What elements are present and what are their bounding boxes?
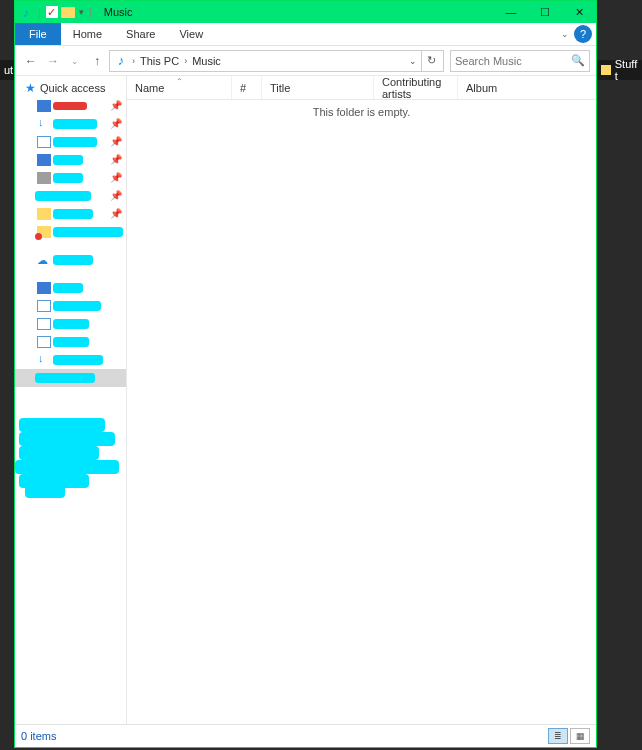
redaction [53, 137, 97, 147]
sidebar-item[interactable] [15, 333, 126, 351]
minimize-button[interactable]: — [494, 1, 528, 23]
empty-folder-message: This folder is empty. [127, 100, 596, 118]
sidebar-item[interactable]: 📌 [15, 187, 126, 205]
file-tab[interactable]: File [15, 23, 61, 45]
redaction [53, 155, 83, 165]
sidebar-item[interactable]: 📌 [15, 115, 126, 133]
tab-home[interactable]: Home [61, 23, 114, 45]
redaction [53, 337, 89, 347]
recent-dropdown-icon[interactable]: ⌄ [65, 50, 85, 72]
item-count: 0 items [21, 730, 56, 742]
search-icon[interactable]: 🔍 [571, 54, 585, 67]
desktop-icon [37, 100, 51, 112]
redaction [15, 460, 119, 474]
content-pane: Name ⌃ # Title Contributing artists Albu… [127, 76, 596, 724]
close-button[interactable]: ✕ [562, 1, 596, 23]
chevron-right-icon[interactable]: › [182, 56, 189, 66]
star-icon: ★ [25, 81, 36, 95]
sidebar-item[interactable]: 📌 [15, 151, 126, 169]
pin-icon: 📌 [110, 190, 122, 201]
help-icon[interactable]: ? [574, 25, 592, 43]
downloads-icon [37, 118, 51, 130]
search-box[interactable]: Search Music 🔍 [450, 50, 590, 72]
redaction [53, 319, 89, 329]
refresh-button[interactable]: ↻ [421, 51, 441, 71]
redaction [35, 373, 95, 383]
chevron-right-icon[interactable]: › [130, 56, 137, 66]
ribbon-collapse-icon[interactable]: ⌄ [556, 23, 574, 45]
thumbnails-view-button[interactable]: ▦ [570, 728, 590, 744]
documents-icon [37, 136, 51, 148]
redaction [35, 191, 91, 201]
drive-icon [37, 172, 51, 184]
column-name[interactable]: Name ⌃ [127, 76, 232, 99]
maximize-button[interactable]: ☐ [528, 1, 562, 23]
qat-dropdown-icon[interactable]: ▾ [79, 7, 84, 17]
breadcrumb-this-pc[interactable]: This PC [137, 55, 182, 67]
column-contributing-artists[interactable]: Contributing artists [374, 76, 458, 99]
sidebar-item[interactable] [15, 297, 126, 315]
search-placeholder: Search Music [455, 55, 571, 67]
redaction [53, 209, 93, 219]
title-bar[interactable]: ♪ | ✓ ▾ | Music — ☐ ✕ [15, 1, 596, 23]
sidebar-item-onedrive[interactable]: ☁ [15, 251, 126, 269]
properties-icon[interactable]: ✓ [46, 6, 58, 18]
music-icon: ♪ [19, 5, 33, 19]
pin-icon: 📌 [110, 154, 122, 165]
sidebar-item[interactable]: 📌 [15, 205, 126, 223]
redaction [53, 119, 97, 129]
navigation-pane[interactable]: ★ Quick access 📌 📌 📌 📌 📌 📌 📌 ☁ [15, 76, 127, 724]
column-album[interactable]: Album [458, 76, 596, 99]
forward-button[interactable]: → [43, 50, 63, 72]
back-button[interactable]: ← [21, 50, 41, 72]
details-view-button[interactable]: ≣ [548, 728, 568, 744]
pin-icon: 📌 [110, 136, 122, 147]
window-controls: — ☐ ✕ [494, 1, 596, 23]
redaction [53, 255, 93, 265]
sort-ascending-icon: ⌃ [176, 77, 183, 86]
sidebar-item[interactable] [15, 351, 126, 369]
sidebar-item[interactable]: 📌 [15, 97, 126, 115]
quick-access-header[interactable]: ★ Quick access [15, 79, 126, 97]
pin-icon: 📌 [110, 100, 122, 111]
up-button[interactable]: ↑ [87, 50, 107, 72]
explorer-window: ♪ | ✓ ▾ | Music — ☐ ✕ File Home Share Vi… [14, 0, 597, 748]
ribbon-tabs: File Home Share View ⌄ ? [15, 23, 596, 46]
folder-icon [37, 208, 51, 220]
onedrive-icon: ☁ [37, 254, 51, 266]
redaction [19, 418, 105, 432]
redaction [53, 355, 103, 365]
redaction [19, 446, 99, 460]
address-bar[interactable]: ♪ › This PC › Music ⌄ ↻ [109, 50, 444, 72]
tab-view[interactable]: View [167, 23, 215, 45]
pin-icon: 📌 [110, 118, 122, 129]
window-title: Music [104, 6, 133, 18]
sidebar-item-this-pc[interactable] [15, 279, 126, 297]
breadcrumb-music[interactable]: Music [189, 55, 224, 67]
status-bar: 0 items ≣ ▦ [15, 725, 596, 747]
pc-icon [37, 282, 51, 294]
redaction [25, 484, 65, 498]
redaction [53, 283, 83, 293]
sidebar-item[interactable]: 📌 [15, 169, 126, 187]
background-taskbar-left: utl [0, 60, 15, 80]
quick-access-toolbar: ♪ | ✓ ▾ | [15, 5, 98, 19]
navigation-bar: ← → ⌄ ↑ ♪ › This PC › Music ⌄ ↻ Search M… [15, 46, 596, 76]
column-number[interactable]: # [232, 76, 262, 99]
pin-icon: 📌 [110, 208, 122, 219]
column-title[interactable]: Title [262, 76, 374, 99]
sidebar-item[interactable]: 📌 [15, 133, 126, 151]
redaction [53, 102, 87, 110]
divider: | [38, 6, 41, 18]
pin-icon: 📌 [110, 172, 122, 183]
tab-share[interactable]: Share [114, 23, 167, 45]
downloads-icon [37, 354, 51, 366]
sidebar-item[interactable] [15, 223, 126, 241]
folder-icon [37, 336, 51, 348]
address-dropdown-icon[interactable]: ⌄ [405, 56, 421, 66]
sidebar-item[interactable] [15, 315, 126, 333]
new-folder-icon[interactable] [61, 5, 75, 19]
divider: | [89, 6, 92, 18]
sidebar-item-selected[interactable] [15, 369, 126, 387]
folder-icon [37, 300, 51, 312]
